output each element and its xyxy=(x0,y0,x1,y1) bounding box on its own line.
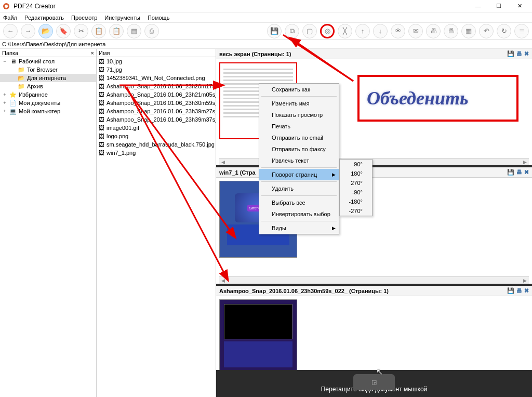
ctx-item[interactable]: Виды▶ xyxy=(259,222,339,234)
doc-tool-10[interactable]: 🖶 xyxy=(444,24,458,38)
doc-close-icon[interactable]: ✖ xyxy=(524,169,529,176)
doc-save-icon[interactable]: 💾 xyxy=(507,169,514,176)
tree-item[interactable]: +⭐Избранное xyxy=(0,90,96,99)
menu-view[interactable]: Просмотр xyxy=(71,15,97,21)
app-title: PDF24 Creator xyxy=(14,3,56,10)
file-item[interactable]: 🖼Ashampoo_Snap_2016.01.06_23h39m37s_044_… xyxy=(97,115,216,124)
folder-header: Папка xyxy=(2,50,18,56)
nav-tool-0[interactable]: ← xyxy=(3,24,18,38)
file-item[interactable]: 🖼71.jpg xyxy=(97,65,216,74)
window-maximize[interactable]: ☐ xyxy=(488,0,509,12)
nav-tool-6[interactable]: 📋 xyxy=(109,24,124,38)
rotate-option[interactable]: 270° xyxy=(340,178,372,188)
menu-bar: Файл Редактировать Просмотр Инструменты … xyxy=(0,12,532,23)
file-item[interactable]: 🖼Ashampoo_Snap_2016.01.06_23h39m27s_042_… xyxy=(97,107,216,115)
nav-tool-1[interactable]: → xyxy=(21,24,35,38)
toolbar: ←→📂🔖✂📋📋▦⎙ 💾⧉▢◎╳↑↓👁✉🖶🖶▦↶↻≣ xyxy=(0,23,532,39)
ctx-item[interactable]: Инвертировать выбор xyxy=(259,208,339,220)
path-bar: C:\Users\Павел\Desktop\Для интернета xyxy=(0,39,532,49)
file-item[interactable]: 🖼1452389341_Wifi_Not_Connected.png xyxy=(97,74,216,82)
doc-tool-2[interactable]: ▢ xyxy=(302,24,317,38)
rotate-option[interactable]: 90° xyxy=(340,160,372,169)
mouse-cursor-icon: ↖ xyxy=(376,367,383,377)
tree-item[interactable]: 📁Архив xyxy=(0,82,96,90)
doc-tool-12[interactable]: ↶ xyxy=(479,24,494,38)
nav-tool-5[interactable]: 📋 xyxy=(91,24,106,38)
file-item[interactable]: 🖼logo.png xyxy=(97,132,216,140)
doc-tool-1[interactable]: ⧉ xyxy=(285,24,299,38)
doc-tool-7[interactable]: 👁 xyxy=(391,24,405,38)
nav-tool-4[interactable]: ✂ xyxy=(74,24,88,38)
file-item[interactable]: 🖼image001.gif xyxy=(97,124,216,132)
annotation-text: Объеденить xyxy=(367,88,468,109)
nav-tool-3[interactable]: 🔖 xyxy=(56,24,71,38)
doc-tool-5[interactable]: ↑ xyxy=(355,24,370,38)
annotation-callout: Объеденить xyxy=(357,75,518,122)
folder-tree-pane: Папка× −🖥Рабочий стол📁Tor Browser📂Для ин… xyxy=(0,49,97,397)
ctx-item[interactable]: Печать xyxy=(259,121,339,132)
doc-print-icon[interactable]: 🖶 xyxy=(516,287,522,294)
menu-file[interactable]: Файл xyxy=(3,15,17,21)
doc-tool-0[interactable]: 💾 xyxy=(267,24,282,38)
file-item[interactable]: 🖼10.jpg xyxy=(97,57,216,65)
doc-tool-4[interactable]: ╳ xyxy=(338,24,352,38)
ctx-item[interactable]: Извлечь текст xyxy=(259,155,339,166)
doc-close-icon[interactable]: ✖ xyxy=(524,287,529,294)
doc-save-icon[interactable]: 💾 xyxy=(507,50,514,57)
menu-edit[interactable]: Редактировать xyxy=(24,15,64,21)
doc-save-icon[interactable]: 💾 xyxy=(507,287,514,294)
file-item[interactable]: 🖼win7_1.png xyxy=(97,149,216,157)
doc-close-icon[interactable]: ✖ xyxy=(524,50,529,57)
doc-print-icon[interactable]: 🖶 xyxy=(516,169,522,176)
doc-tool-13[interactable]: ↻ xyxy=(497,24,511,38)
rotate-submenu: 90°180°270°-90°-180°-270° xyxy=(339,159,373,216)
menu-tools[interactable]: Инструменты xyxy=(104,15,140,21)
document-card: Ashampoo_Snap_2016.01.06_23h30m59s_022_ … xyxy=(216,286,532,370)
filelist-header: Имя xyxy=(99,50,110,56)
ctx-item[interactable]: Изменить имя xyxy=(259,98,339,109)
file-item[interactable]: 🖼sm.seagate_hdd_barracuda_black.750.jpg xyxy=(97,140,216,149)
tree-item[interactable]: 📁Tor Browser xyxy=(0,65,96,74)
file-list-pane: Имя 🖼10.jpg🖼71.jpg🖼1452389341_Wifi_Not_C… xyxy=(97,49,216,397)
rotate-option[interactable]: -90° xyxy=(340,188,372,197)
file-item[interactable]: 🖼Ashampoo_Snap_2016.01.06_23h20m17s_017_… xyxy=(97,82,216,90)
file-item[interactable]: 🖼Ashampoo_Snap_2016.01.06_23h30m59s_022_… xyxy=(97,99,216,107)
ctx-item[interactable]: Отправить по email xyxy=(259,132,339,143)
title-bar: PDF24 Creator — ☐ ✕ xyxy=(0,0,532,12)
preview-tray[interactable]: ◲ xyxy=(353,374,395,390)
rotate-option[interactable]: -270° xyxy=(340,206,372,216)
menu-help[interactable]: Помощь xyxy=(148,15,170,21)
doc-tool-8[interactable]: ✉ xyxy=(408,24,423,38)
nav-toolbar: ←→📂🔖✂📋📋▦⎙ xyxy=(3,24,159,38)
doc-toolbar: 💾⧉▢◎╳↑↓👁✉🖶🖶▦↶↻≣ xyxy=(267,24,529,38)
doc-tool-11[interactable]: ▦ xyxy=(461,24,476,38)
ctx-item[interactable]: Выбрать все xyxy=(259,197,339,208)
nav-tool-7[interactable]: ▦ xyxy=(127,24,141,38)
ctx-item[interactable]: Показать просмотр xyxy=(259,109,339,121)
ctx-item[interactable]: Отправить по факсу xyxy=(259,143,339,155)
rotate-option[interactable]: -180° xyxy=(340,197,372,206)
window-close[interactable]: ✕ xyxy=(509,0,530,12)
tree-item[interactable]: −🖥Рабочий стол xyxy=(0,57,96,65)
window-minimize[interactable]: — xyxy=(468,0,488,12)
svg-point-1 xyxy=(5,5,8,8)
ctx-item[interactable]: Поворот страниц▶ xyxy=(259,169,339,180)
doc-print-icon[interactable]: 🖶 xyxy=(516,50,522,57)
doc-tool-3[interactable]: ◎ xyxy=(320,24,335,38)
tree-item[interactable]: +💻Мой компьютер xyxy=(0,107,96,115)
nav-tool-2[interactable]: 📂 xyxy=(38,24,53,38)
nav-tool-8[interactable]: ⎙ xyxy=(144,24,159,38)
folder-close-icon[interactable]: × xyxy=(91,50,94,56)
rotate-option[interactable]: 180° xyxy=(340,169,372,178)
file-item[interactable]: 🖼Ashampoo_Snap_2016.01.06_23h21m05s_018_… xyxy=(97,90,216,99)
ctx-item[interactable]: Сохранить как xyxy=(259,84,339,95)
app-icon xyxy=(2,2,10,10)
context-menu: Сохранить какИзменить имяПоказать просмо… xyxy=(259,83,339,234)
doc-tool-9[interactable]: 🖶 xyxy=(426,24,441,38)
current-path: C:\Users\Павел\Desktop\Для интернета xyxy=(2,41,105,47)
tree-item[interactable]: 📂Для интернета xyxy=(0,74,96,82)
doc-tool-6[interactable]: ↓ xyxy=(373,24,388,38)
ctx-item[interactable]: Удалить xyxy=(259,183,339,194)
tree-item[interactable]: +📄Мои документы xyxy=(0,99,96,107)
doc-tool-14[interactable]: ≣ xyxy=(514,24,529,38)
